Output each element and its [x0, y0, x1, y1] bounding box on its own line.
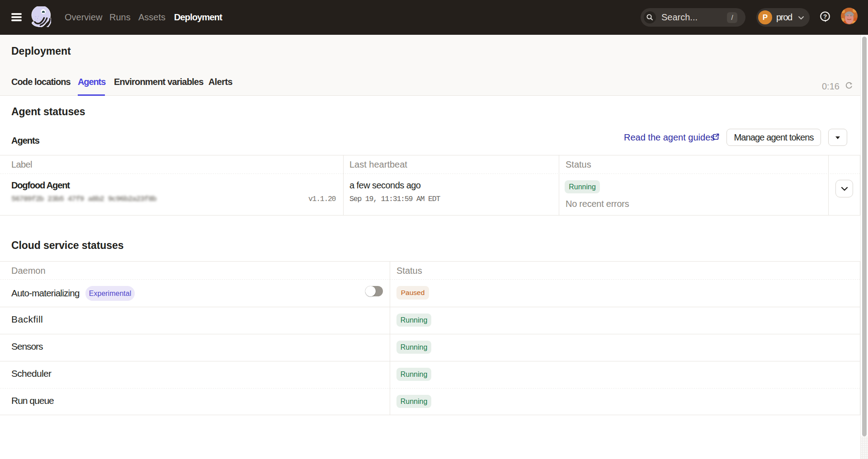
svg-text:?: ?	[823, 13, 827, 20]
